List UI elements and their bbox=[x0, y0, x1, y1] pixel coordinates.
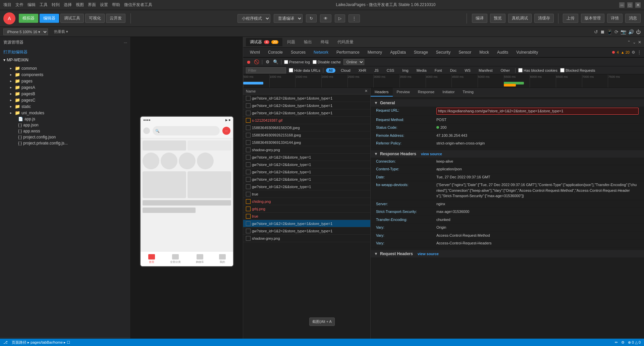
search-button[interactable]: 🔍 bbox=[273, 59, 278, 65]
filter-js[interactable]: JS bbox=[372, 68, 381, 73]
network-row[interactable]: gw?store_id=1&2=2&store_type=1&store_typ… bbox=[243, 220, 370, 227]
filter-font[interactable]: Font bbox=[432, 68, 445, 73]
filter-button[interactable]: ⚙ bbox=[265, 59, 270, 65]
menu-edit[interactable]: 编辑 bbox=[28, 2, 36, 8]
network-row[interactable]: shadow-grey.png bbox=[243, 146, 370, 154]
hide-data-urls-check[interactable]: Hide data URLs bbox=[289, 68, 320, 72]
tab-audits[interactable]: Audits bbox=[493, 48, 512, 58]
menu-goto[interactable]: 转到 bbox=[52, 2, 60, 8]
general-section-header[interactable]: ▼ General bbox=[371, 99, 644, 107]
tab-problems[interactable]: 问题 bbox=[283, 38, 299, 46]
view-source-link2[interactable]: view source bbox=[418, 252, 439, 256]
tab-mock[interactable]: Mock bbox=[475, 48, 493, 58]
sidebar-item-appjs[interactable]: ▸ 📄 app.js bbox=[0, 116, 130, 122]
menu-file[interactable]: 文件 bbox=[15, 2, 23, 8]
detail-button[interactable]: 详情 bbox=[607, 14, 623, 23]
debugger-button[interactable]: 调试工具 bbox=[60, 14, 84, 23]
tab-memory[interactable]: Memory bbox=[364, 48, 386, 58]
breadcrumb-path[interactable]: 页面路径 ▸ pages/tabBar/home ▸ ☐ bbox=[12, 340, 70, 345]
disable-cache-checkbox[interactable]: Disable cache bbox=[313, 60, 341, 64]
menu-project[interactable]: 项目 bbox=[3, 2, 11, 8]
filter-manifest[interactable]: Manifest bbox=[476, 68, 495, 73]
sidebar-item-project-config[interactable]: ▸ { } project.config.json bbox=[0, 134, 130, 140]
network-row[interactable]: shadow-grey.png bbox=[243, 235, 370, 242]
refresh-icon[interactable]: ↺ bbox=[594, 29, 598, 35]
network-row[interactable]: gw?store_id=1&2=2&store_type=1&store_typ… bbox=[243, 95, 370, 102]
preview-toggle-button[interactable]: 👁 bbox=[320, 14, 331, 22]
sidebar-item-components[interactable]: ▸ 📁 components bbox=[0, 71, 130, 78]
stop-icon[interactable]: ⏹ bbox=[600, 29, 605, 35]
record-button[interactable]: ⏺ bbox=[246, 59, 251, 65]
phone-tab-mine[interactable]: 我的 bbox=[219, 254, 226, 264]
devtools-close-outer-icon[interactable]: ✕ bbox=[638, 40, 641, 45]
phone-tab-home[interactable]: 首页 bbox=[148, 254, 155, 264]
details-tab-response[interactable]: Response bbox=[414, 88, 439, 97]
network-row[interactable]: 15883649309691334144.jpeg bbox=[243, 139, 370, 146]
view-source-link[interactable]: view source bbox=[421, 152, 442, 156]
menu-wechat[interactable]: 微信开发者工具 bbox=[124, 2, 152, 8]
phone-tab-cart[interactable]: 购物车 bbox=[196, 254, 204, 264]
version-mgmt-button[interactable]: 版本管理 bbox=[581, 14, 604, 23]
close-button[interactable]: ✕ bbox=[635, 2, 641, 8]
sidebar-item-pagesA[interactable]: ▸ 📁 pagesA bbox=[0, 84, 130, 91]
sidebar-item-pages[interactable]: ▸ 📁 pages bbox=[0, 78, 130, 84]
editor-button[interactable]: 编辑器 bbox=[40, 14, 59, 23]
sidebar-item-common[interactable]: ▸ 📁 common bbox=[0, 65, 130, 71]
translate-button[interactable]: 编译 bbox=[472, 14, 487, 23]
device-select[interactable]: iPhone 5 100% 16 ▾ bbox=[3, 28, 48, 35]
filter-input[interactable] bbox=[246, 67, 286, 73]
sidebar-item-appjson[interactable]: ▸ { } app.json bbox=[0, 122, 130, 128]
filter-other[interactable]: Other bbox=[498, 68, 513, 73]
response-headers-header[interactable]: ▼ Response Headers view source bbox=[371, 150, 644, 158]
tab-security[interactable]: Security bbox=[432, 48, 454, 58]
network-row[interactable]: gw?store_id=1&2=2&&store_type=1 bbox=[243, 154, 370, 161]
network-row[interactable]: gw?store_id=1&2=2&store_type=1&store_typ… bbox=[243, 109, 370, 117]
request-url-val[interactable]: https://ksgxdianshang.com/gw?store_id=1&… bbox=[436, 108, 639, 115]
more-icon[interactable]: ⋮ bbox=[637, 50, 641, 55]
close-panel-button[interactable]: ✕ bbox=[365, 89, 368, 93]
minimize-button[interactable]: ─ bbox=[619, 2, 625, 8]
cloud-button[interactable]: 云开发 bbox=[106, 14, 125, 23]
phone-action-btn[interactable]: ··· bbox=[222, 127, 230, 135]
network-row[interactable]: gw?store_id=1&2=2&&store_type=1 bbox=[243, 161, 370, 168]
tab-wxml[interactable]: Wxml bbox=[246, 48, 264, 58]
filter-ws[interactable]: WS bbox=[462, 68, 473, 73]
filter-cloud[interactable]: Cloud bbox=[338, 68, 353, 73]
filter-img[interactable]: Img bbox=[399, 68, 411, 73]
sidebar-item-pagesC[interactable]: ▸ 📁 pagesC bbox=[0, 97, 130, 103]
upload-button[interactable]: 上传 bbox=[563, 14, 578, 23]
phone-search-bar[interactable]: 🔍 bbox=[153, 126, 220, 135]
filter-css[interactable]: CSS bbox=[384, 68, 397, 73]
network-row[interactable]: 15883649309681582O8.jpeg bbox=[243, 124, 370, 131]
request-headers-header[interactable]: ▼ Request Headers view source bbox=[371, 250, 644, 257]
tab-appdata[interactable]: AppData bbox=[386, 48, 410, 58]
network-row[interactable]: 15883649309926215168.jpeg bbox=[243, 131, 370, 139]
filter-all[interactable]: All bbox=[326, 68, 335, 73]
tab-output[interactable]: 输出 bbox=[300, 38, 316, 46]
menu-view[interactable]: 视图 bbox=[76, 2, 84, 8]
sidebar-item-static[interactable]: ▸ 📁 static bbox=[0, 103, 130, 110]
real-test-button[interactable]: 真机调试 bbox=[508, 14, 532, 23]
blocked-requests-check[interactable]: Blocked Requests bbox=[560, 68, 595, 72]
screenshot-icon[interactable]: 📷 bbox=[621, 29, 626, 35]
tab-storage[interactable]: Storage bbox=[410, 48, 432, 58]
settings-icon[interactable]: ⚙ bbox=[632, 50, 635, 55]
mp-weixin-root[interactable]: ▾ MP-WEIXIN bbox=[0, 56, 130, 64]
visualize-button[interactable]: 可视化 bbox=[85, 14, 105, 23]
network-row[interactable]: gw?store_id=1&2=2&store_type=1&store_typ… bbox=[243, 102, 370, 109]
devtools-expand-icon[interactable]: ⌄ bbox=[633, 40, 636, 45]
tab-console[interactable]: Console bbox=[264, 48, 287, 58]
maximize-button[interactable]: □ bbox=[627, 2, 633, 8]
simulator-button[interactable]: 模拟器 bbox=[19, 14, 38, 23]
sidebar-more-icon[interactable]: ··· bbox=[124, 40, 127, 45]
filter-media[interactable]: Media bbox=[414, 68, 429, 73]
tab-codequality[interactable]: 代码质量 bbox=[333, 38, 358, 46]
clear-button[interactable]: 清缓存 bbox=[534, 14, 554, 23]
tab-debugger[interactable]: 调试器 4 20 bbox=[246, 38, 282, 46]
tab-sources[interactable]: Sources bbox=[287, 48, 310, 58]
network-row[interactable]: chiding.png bbox=[243, 198, 370, 205]
power-icon[interactable]: ⏻ bbox=[636, 29, 641, 35]
filter-xhr[interactable]: XHR bbox=[356, 68, 369, 73]
message-button[interactable]: 消息 bbox=[625, 14, 641, 23]
device-icon[interactable]: 📱 bbox=[607, 29, 612, 35]
